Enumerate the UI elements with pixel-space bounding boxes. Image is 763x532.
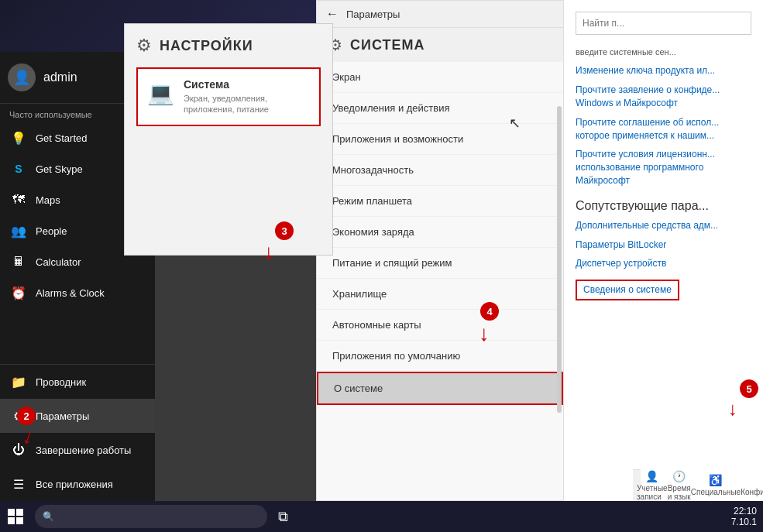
time-icon: 🕐: [672, 470, 686, 482]
info-link-agreement[interactable]: Прочтите соглашение об испол...которое п…: [576, 116, 751, 142]
search-icon: 🔍: [43, 511, 54, 522]
info-link-admin-tools[interactable]: Дополнительные средства адм...: [576, 219, 751, 232]
settings-topbar: ← Параметры: [317, 1, 563, 28]
settings-menu-ekran[interactable]: Экран: [317, 62, 563, 93]
info-link-change-key[interactable]: Изменение ключа продукта ил...: [576, 64, 751, 77]
params-window: ⚙ НАСТРОЙКИ 💻 Система Экран, уведомления…: [124, 23, 333, 256]
sistema-icon: 💻: [147, 81, 174, 106]
svg-rect-0: [8, 509, 15, 516]
info-link-bitlocker[interactable]: Параметры BitLocker: [576, 239, 751, 252]
start-bottom: 📁 Проводник ⚙ Параметры ⏻ Завершение раб…: [0, 364, 155, 501]
settings-menu-battery[interactable]: Экономия заряда: [317, 217, 563, 248]
settings-menu-container: Экран Уведомления и действия Приложения …: [317, 62, 563, 500]
people-icon: 👥: [9, 221, 28, 240]
settings-menu-power[interactable]: Питание и спящий режим: [317, 248, 563, 279]
bottom-special[interactable]: ♿ Специальные: [691, 474, 741, 496]
settings-menu-uvedomleniya[interactable]: Уведомления и действия: [317, 93, 563, 124]
bottom-time[interactable]: 🕐 Время и язык: [668, 470, 691, 501]
taskbar-search[interactable]: 🔍: [35, 505, 267, 528]
settings-section-name: СИСТЕМА: [350, 37, 424, 53]
settings-breadcrumb: Параметры: [346, 9, 400, 20]
step-3-arrow: ↓: [263, 240, 274, 265]
maps-icon: 🗺: [9, 190, 28, 209]
sidebar-item-all-apps[interactable]: ☰ Все приложения: [0, 467, 155, 501]
step-2-badge: 2: [17, 407, 36, 425]
desktop: 👤 admin Часто используемые 💡 Get Started…: [0, 0, 763, 532]
clock-date: 7.10.1: [731, 517, 757, 527]
bottom-privacy[interactable]: 🔒 Конфиденциальность: [741, 474, 763, 496]
bottom-item-label: Завершение работы: [36, 444, 131, 456]
related-heading: Сопутствующие пара...: [576, 199, 751, 213]
settings-panel: ← Параметры ⚙ СИСТЕМА Экран Уведомления …: [316, 0, 564, 501]
settings-menu-maps[interactable]: Автономные карты: [317, 310, 563, 341]
skype-icon: S: [9, 160, 28, 178]
step-4-badge: 4: [480, 302, 499, 321]
sidebar-item-explorer[interactable]: 📁 Проводник: [0, 365, 155, 399]
special-label: Специальные: [691, 488, 741, 496]
info-link-system-info[interactable]: Сведения о системе: [583, 283, 672, 297]
info-link-privacy[interactable]: Прочтите заявление о конфиде...Windows и…: [576, 84, 751, 110]
bottom-item-label: Проводник: [36, 376, 86, 388]
explorer-icon: 📁: [9, 372, 28, 391]
scroll-indicator: [557, 106, 562, 413]
accounts-label: Учетные записи: [637, 484, 668, 501]
params-header: ⚙ НАСТРОЙКИ: [136, 36, 321, 56]
start-button[interactable]: [0, 501, 31, 532]
start-item-label: Get Started: [36, 132, 87, 144]
step-5-arrow: ↓: [728, 398, 737, 420]
info-panel: введите системные сен... Изменение ключа…: [564, 0, 763, 501]
clock-time: 22:10: [731, 506, 757, 517]
accounts-icon: 👤: [645, 470, 658, 482]
start-item-label: Get Skype: [36, 163, 83, 175]
settings-menu-multitask[interactable]: Многозадачность: [317, 155, 563, 186]
info-search-input[interactable]: [576, 12, 751, 35]
avatar: 👤: [8, 63, 36, 91]
calculator-icon: 🖩: [9, 252, 28, 271]
settings-section-title: ⚙ СИСТЕМА: [317, 28, 563, 62]
start-item-label: Alarms & Clock: [36, 287, 105, 299]
username: admin: [43, 70, 77, 84]
start-item-label: Calculator: [36, 256, 81, 268]
step-5-badge: 5: [740, 379, 758, 398]
cursor-pointer: ↖: [509, 115, 521, 132]
task-view-button[interactable]: ⧉: [267, 501, 298, 532]
task-view-icon: ⧉: [278, 509, 288, 525]
get-started-icon: 💡: [9, 129, 28, 147]
sistema-desc: Экран, уведомления, приложения, питание: [184, 93, 310, 115]
avatar-icon: 👤: [13, 69, 30, 86]
special-icon: ♿: [709, 474, 722, 486]
step-4-arrow: ↓: [479, 321, 490, 346]
svg-rect-1: [16, 509, 23, 516]
bottom-accounts[interactable]: 👤 Учетные записи: [637, 470, 668, 501]
settings-menu-about[interactable]: О системе: [317, 372, 563, 405]
sistema-title: Система: [184, 78, 310, 91]
params-gear-icon: ⚙: [136, 36, 152, 56]
settings-bottom-bar: 👤 Учетные записи 🕐 Время и язык ♿ Специа…: [633, 469, 641, 500]
info-link-device-manager[interactable]: Диспетчер устройств: [576, 257, 751, 270]
svg-rect-3: [16, 517, 23, 524]
privacy-label: Конфиденциальность: [741, 488, 763, 496]
start-item-label: People: [36, 225, 67, 237]
info-hint: введите системные сен...: [576, 46, 751, 58]
taskbar: 🔍 ⧉ 22:10 7.10.1: [0, 501, 763, 532]
info-search-bar: [576, 12, 751, 35]
step-3-badge: 3: [275, 221, 294, 240]
params-item-text: Система Экран, уведомления, приложения, …: [184, 78, 310, 115]
taskbar-clock: 22:10 7.10.1: [731, 506, 763, 527]
bottom-item-label: Параметры: [36, 410, 89, 422]
params-sistema-item[interactable]: 💻 Система Экран, уведомления, приложения…: [136, 67, 321, 126]
info-link-license[interactable]: Прочтите условия лицензионн...использова…: [576, 148, 751, 187]
back-button[interactable]: ←: [326, 7, 339, 21]
params-title: НАСТРОЙКИ: [160, 38, 253, 54]
settings-menu-storage[interactable]: Хранилище: [317, 279, 563, 310]
alarm-icon: ⏰: [9, 283, 28, 302]
all-apps-icon: ☰: [9, 475, 28, 493]
sidebar-item-alarms-clock[interactable]: ⏰ Alarms & Clock: [0, 277, 155, 308]
svg-rect-2: [8, 517, 15, 524]
settings-menu-tablet[interactable]: Режим планшета: [317, 186, 563, 217]
settings-menu-prilojeniya[interactable]: Приложения и возможности: [317, 124, 563, 155]
bottom-item-label: Все приложения: [36, 479, 113, 490]
start-item-label: Maps: [36, 194, 60, 206]
time-label: Время и язык: [668, 484, 691, 501]
settings-menu-default-apps[interactable]: Приложения по умолчанию: [317, 341, 563, 372]
